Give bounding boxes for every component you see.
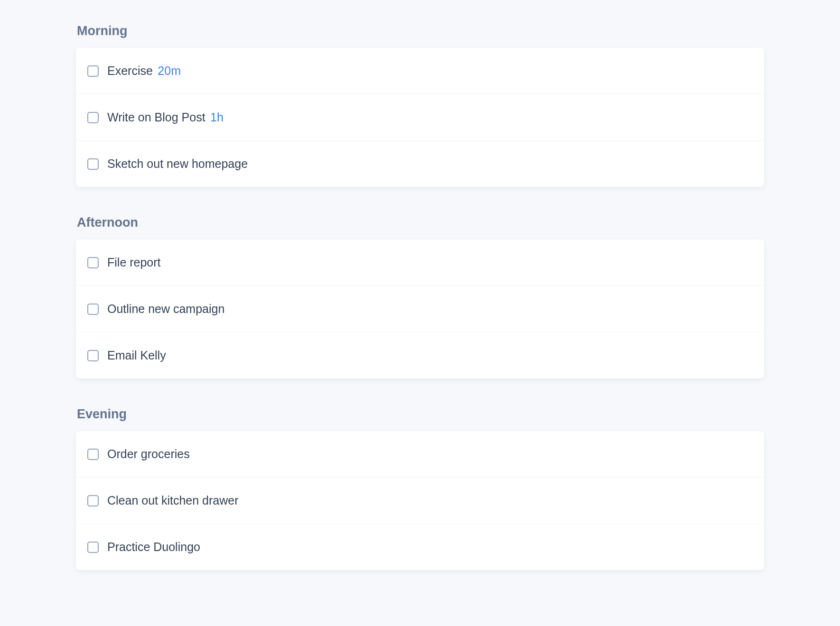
task-label: Email Kelly — [107, 349, 166, 362]
task-label: Outline new campaign — [107, 302, 224, 315]
task-label: Sketch out new homepage — [107, 157, 248, 170]
task-label: Order groceries — [107, 447, 190, 460]
checkbox-icon[interactable] — [87, 449, 99, 460]
task-label: File report — [107, 256, 161, 269]
task-label: Exercise — [107, 64, 153, 77]
task-label: Write on Blog Post — [107, 110, 205, 124]
checkbox-icon[interactable] — [87, 158, 99, 170]
task-text: File report — [107, 256, 164, 269]
task-text: Order groceries — [107, 447, 193, 461]
task-text: Write on Blog Post 1h — [107, 110, 224, 124]
section-evening: Evening Order groceries Clean out kitche… — [76, 407, 764, 570]
task-row[interactable]: File report — [76, 239, 764, 286]
section-morning: Morning Exercise 20m Write on Blog Post … — [76, 24, 764, 187]
task-row[interactable]: Practice Duolingo — [76, 524, 764, 570]
task-row[interactable]: Sketch out new homepage — [76, 141, 764, 187]
task-row[interactable]: Order groceries — [76, 431, 764, 478]
checkbox-icon[interactable] — [87, 65, 99, 77]
checkbox-icon[interactable] — [87, 304, 99, 315]
task-row[interactable]: Write on Blog Post 1h — [76, 94, 764, 141]
task-card: File report Outline new campaign Email K… — [76, 239, 764, 378]
section-heading: Afternoon — [76, 215, 764, 230]
task-row[interactable]: Email Kelly — [76, 332, 764, 378]
task-text: Outline new campaign — [107, 302, 227, 316]
checkbox-icon[interactable] — [87, 350, 99, 361]
checkbox-icon[interactable] — [87, 542, 99, 553]
task-duration: 1h — [210, 110, 224, 124]
task-row[interactable]: Outline new campaign — [76, 286, 764, 332]
task-text: Email Kelly — [107, 349, 169, 362]
task-card: Order groceries Clean out kitchen drawer… — [76, 431, 764, 570]
checkbox-icon[interactable] — [87, 257, 99, 268]
task-text: Exercise 20m — [107, 64, 181, 78]
task-text: Practice Duolingo — [107, 540, 203, 554]
task-row[interactable]: Clean out kitchen drawer — [76, 478, 764, 524]
task-text: Clean out kitchen drawer — [107, 494, 242, 507]
checkbox-icon[interactable] — [87, 112, 99, 123]
task-label: Practice Duolingo — [107, 540, 200, 553]
task-row[interactable]: Exercise 20m — [76, 48, 764, 94]
task-label: Clean out kitchen drawer — [107, 494, 239, 507]
task-list-container: Morning Exercise 20m Write on Blog Post … — [71, 24, 769, 570]
task-text: Sketch out new homepage — [107, 157, 251, 171]
section-afternoon: Afternoon File report Outline new campai… — [76, 215, 764, 378]
task-card: Exercise 20m Write on Blog Post 1h Sketc… — [76, 48, 764, 187]
section-heading: Evening — [76, 407, 764, 422]
section-heading: Morning — [76, 24, 764, 38]
checkbox-icon[interactable] — [87, 495, 99, 506]
task-duration: 20m — [158, 64, 181, 77]
